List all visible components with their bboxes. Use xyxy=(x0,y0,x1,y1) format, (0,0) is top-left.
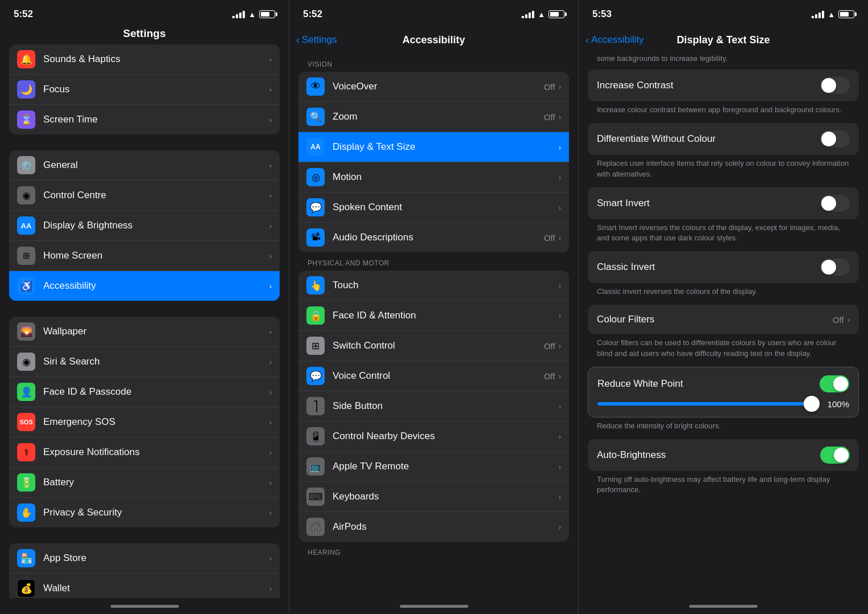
acc-row-voiceover[interactable]: 👁 VoiceOver Off › xyxy=(298,72,569,102)
differentiate-row: Differentiate Without Colour xyxy=(588,123,859,155)
settings-row-display[interactable]: AA Display & Brightness › xyxy=(9,211,280,241)
increase-contrast-label: Increase Contrast xyxy=(597,80,820,91)
settings-list: 🔔 Sounds & Haptics › 🌙 Focus › ⌛ Screen … xyxy=(0,44,289,598)
nearby-icon: 📱 xyxy=(306,427,325,445)
accessibility-chevron: › xyxy=(269,282,272,290)
white-point-slider-track[interactable] xyxy=(597,402,818,406)
acc-row-display-text[interactable]: AA Display & Text Size › xyxy=(298,132,569,162)
settings-row-battery[interactable]: 🔋 Battery › xyxy=(9,468,280,498)
signal-icon-2 xyxy=(522,11,534,18)
battery-label: Battery xyxy=(43,477,269,488)
apple-tv-icon: 📺 xyxy=(306,457,325,476)
acc-row-apple-tv[interactable]: 📺 Apple TV Remote › xyxy=(298,452,569,482)
siri-label: Siri & Search xyxy=(43,356,269,367)
differentiate-desc: Replaces user interface items that rely … xyxy=(588,155,859,187)
home-indicator-2 xyxy=(289,598,578,614)
acc-row-zoom[interactable]: 🔍 Zoom Off › xyxy=(298,102,569,132)
spoken-chevron: › xyxy=(559,203,561,212)
back-label-2: Settings xyxy=(302,34,337,46)
increase-contrast-thumb xyxy=(821,78,836,93)
privacy-icon: ✋ xyxy=(17,504,35,522)
exposure-chevron: › xyxy=(269,448,272,457)
home-bar-1 xyxy=(110,605,179,608)
settings-row-emergency[interactable]: SOS Emergency SOS › xyxy=(9,407,280,437)
acc-row-face-id[interactable]: 🔒 Face ID & Attention › xyxy=(298,301,569,331)
status-icons-2: ▲ xyxy=(522,10,564,19)
settings-row-app-store[interactable]: 🏪 App Store › xyxy=(9,543,280,574)
classic-invert-thumb xyxy=(821,260,836,275)
differentiate-thumb xyxy=(821,132,836,146)
display-text-chevron: › xyxy=(559,143,561,152)
voice-ctrl-chevron: › xyxy=(559,372,561,380)
classic-invert-toggle[interactable] xyxy=(820,259,850,276)
display-icon: AA xyxy=(17,216,35,235)
emergency-label: Emergency SOS xyxy=(43,416,269,428)
acc-row-spoken[interactable]: 💬 Spoken Content › xyxy=(298,193,569,223)
wallpaper-label: Wallpaper xyxy=(43,326,269,337)
settings-row-privacy[interactable]: ✋ Privacy & Security › xyxy=(9,498,280,527)
wifi-icon-2: ▲ xyxy=(538,10,545,19)
time-2: 5:52 xyxy=(303,9,322,20)
switch-ctrl-value: Off xyxy=(544,341,555,351)
settings-row-screen-time[interactable]: ⌛ Screen Time › xyxy=(9,105,280,134)
white-point-slider-thumb[interactable] xyxy=(804,396,820,412)
wifi-icon: ▲ xyxy=(248,10,256,19)
settings-row-focus[interactable]: 🌙 Focus › xyxy=(9,75,280,105)
back-chevron-2: ‹ xyxy=(296,34,300,46)
acc-row-audio-desc[interactable]: 📽 Audio Descriptions Off › xyxy=(298,223,569,252)
settings-row-control-centre[interactable]: ◉ Control Centre › xyxy=(9,181,280,211)
auto-brightness-desc: Turning off auto-brightness may affect b… xyxy=(588,471,859,503)
acc-row-airpods[interactable]: 🎧 AirPods › xyxy=(298,512,569,542)
colour-filters-label: Colour Filters xyxy=(597,314,833,325)
increase-contrast-desc: Increase colour contrast between app for… xyxy=(588,101,859,123)
battery-icon-2 xyxy=(548,10,564,18)
acc-face-id-label: Face ID & Attention xyxy=(333,310,559,321)
acc-row-voice-ctrl[interactable]: 💬 Voice Control Off › xyxy=(298,361,569,391)
status-bar-2: 5:52 ▲ xyxy=(289,0,578,25)
acc-row-keyboards[interactable]: ⌨ Keyboards › xyxy=(298,482,569,512)
sounds-label: Sounds & Haptics xyxy=(43,54,269,65)
back-to-settings[interactable]: ‹ Settings xyxy=(296,34,337,46)
airpods-chevron: › xyxy=(559,523,561,531)
home-screen-label: Home Screen xyxy=(43,250,269,261)
settings-group-4: 🏪 App Store › 💰 Wallet › xyxy=(9,543,280,598)
settings-row-general[interactable]: ⚙️ General › xyxy=(9,150,280,181)
settings-row-home-screen[interactable]: ⊞ Home Screen › xyxy=(9,241,280,271)
auto-brightness-toggle[interactable] xyxy=(820,447,850,464)
smart-invert-thumb xyxy=(821,196,836,211)
white-point-group: Reduce White Point 100% xyxy=(588,367,859,417)
privacy-label: Privacy & Security xyxy=(43,507,269,518)
smart-invert-row: Smart Invert xyxy=(588,187,859,219)
control-centre-icon: ◉ xyxy=(17,186,35,204)
classic-invert-row: Classic Invert xyxy=(588,251,859,283)
back-to-accessibility[interactable]: ‹ Accessibility xyxy=(586,34,644,46)
settings-row-sounds[interactable]: 🔔 Sounds & Haptics › xyxy=(9,44,280,75)
display-chevron: › xyxy=(269,222,272,230)
general-label: General xyxy=(43,159,269,171)
acc-row-nearby[interactable]: 📱 Control Nearby Devices › xyxy=(298,421,569,452)
side-btn-chevron: › xyxy=(559,402,561,411)
increase-contrast-group: Increase Contrast xyxy=(588,69,859,101)
settings-row-wallet[interactable]: 💰 Wallet › xyxy=(9,574,280,598)
acc-row-touch[interactable]: 👆 Touch › xyxy=(298,271,569,301)
control-centre-label: Control Centre xyxy=(43,190,269,201)
settings-row-exposure[interactable]: ⚕ Exposure Notifications › xyxy=(9,437,280,468)
settings-row-siri[interactable]: ◉ Siri & Search › xyxy=(9,347,280,377)
hearing-section-label: HEARING xyxy=(289,542,578,560)
acc-row-motion[interactable]: ◎ Motion › xyxy=(298,162,569,193)
face-id-chevron: › xyxy=(269,388,272,396)
audio-desc-value: Off xyxy=(544,233,555,243)
settings-row-accessibility[interactable]: ♿ Accessibility › xyxy=(9,271,280,301)
colour-filters-row[interactable]: Colour Filters Off › xyxy=(588,305,859,334)
display-text-icon: AA xyxy=(306,138,325,156)
increase-contrast-toggle[interactable] xyxy=(820,77,850,94)
smart-invert-toggle[interactable] xyxy=(820,195,850,212)
settings-row-wallpaper[interactable]: 🌄 Wallpaper › xyxy=(9,317,280,347)
white-point-toggle[interactable] xyxy=(820,375,849,392)
auto-brightness-label: Auto-Brightness xyxy=(597,449,820,461)
acc-row-switch-ctrl[interactable]: ⊞ Switch Control Off › xyxy=(298,331,569,361)
differentiate-toggle[interactable] xyxy=(820,130,850,148)
acc-row-side-btn[interactable]: ⎤ Side Button › xyxy=(298,391,569,421)
battery-chevron: › xyxy=(269,478,272,487)
settings-row-face-id[interactable]: 👤 Face ID & Passcode › xyxy=(9,377,280,407)
